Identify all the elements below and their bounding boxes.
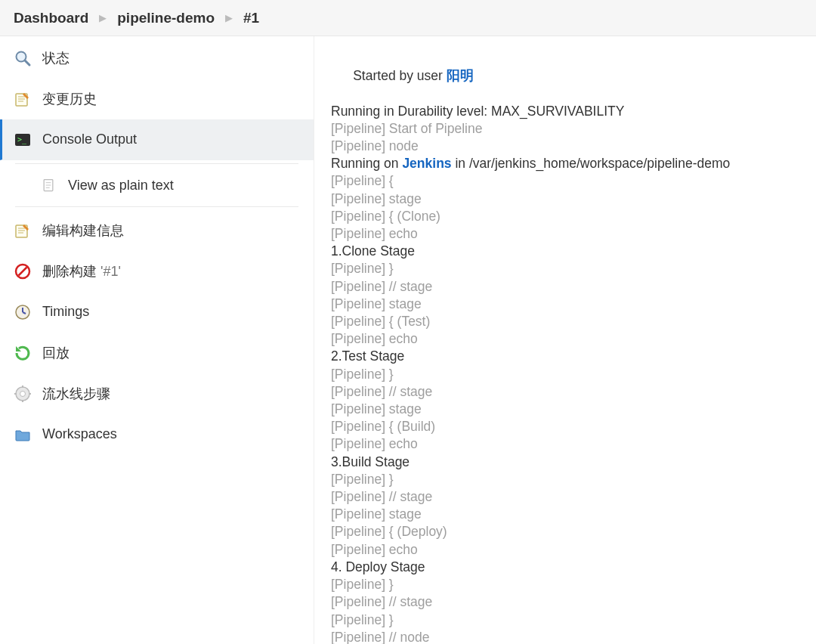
console-line: [Pipeline] { (Deploy): [331, 523, 799, 540]
console-line: [Pipeline] // stage: [331, 278, 799, 296]
sidebar-item-label: 流水线步骤: [42, 385, 110, 403]
console-line: [Pipeline] stage: [331, 506, 799, 523]
console-line: [Pipeline] }: [331, 471, 799, 488]
console-output: Started by user 阳明 Running in Durability…: [314, 36, 816, 644]
folder-icon: [14, 426, 32, 444]
svg-line-1: [25, 60, 29, 65]
chevron-right-icon: ▶: [99, 12, 107, 23]
console-line: [Pipeline] }: [331, 611, 799, 629]
sidebar-item-delete-build[interactable]: 删除构建 '#1': [0, 251, 314, 292]
breadcrumb-item-dashboard[interactable]: Dashboard: [14, 10, 88, 26]
console-line: 2.Test Stage: [331, 348, 799, 365]
sidebar-item-workspaces[interactable]: Workspaces: [0, 414, 314, 455]
document-icon: [39, 176, 57, 194]
console-line: [Pipeline] stage: [331, 296, 799, 313]
svg-point-22: [20, 391, 26, 396]
console-line: [Pipeline] echo: [331, 541, 799, 559]
console-line: [Pipeline] stage: [331, 401, 799, 418]
breadcrumb: Dashboard ▶ pipeline-demo ▶ #1: [0, 0, 816, 36]
console-line: [Pipeline] echo: [331, 435, 799, 453]
sidebar-item-edit-build[interactable]: 编辑构建信息: [0, 210, 314, 251]
console-line: [Pipeline] echo: [331, 225, 799, 243]
console-line: Running on Jenkins in /var/jenkins_home/…: [331, 155, 799, 172]
console-line-durability: Running in Durability level: MAX_SURVIVA…: [331, 103, 799, 120]
svg-text:>_: >_: [17, 135, 27, 144]
breadcrumb-item-job[interactable]: pipeline-demo: [117, 10, 215, 26]
console-line: [Pipeline] node: [331, 138, 799, 155]
gear-icon: [14, 385, 32, 403]
console-line: [Pipeline] // stage: [331, 593, 799, 611]
console-line: [Pipeline] }: [331, 260, 799, 277]
console-line: [Pipeline] { (Clone): [331, 208, 799, 225]
console-line-startedby: Started by user 阳明: [331, 50, 799, 103]
node-link[interactable]: Jenkins: [402, 156, 451, 171]
sidebar-item-label: 状态: [42, 49, 70, 67]
delete-icon: [14, 262, 32, 280]
breadcrumb-item-build[interactable]: #1: [243, 10, 259, 26]
console-line: [Pipeline] stage: [331, 190, 799, 208]
user-link[interactable]: 阳明: [447, 68, 474, 83]
console-line: [Pipeline] { (Build): [331, 418, 799, 435]
sidebar-item-label: 回放: [42, 344, 70, 362]
sidebar-item-timings[interactable]: Timings: [0, 292, 314, 333]
console-line: [Pipeline] }: [331, 366, 799, 383]
replay-icon: [14, 344, 32, 362]
console-line: [Pipeline] {: [331, 172, 799, 190]
console-line: [Pipeline] Start of Pipeline: [331, 120, 799, 138]
console-line: [Pipeline] { (Test): [331, 313, 799, 330]
clock-icon: [14, 303, 32, 321]
console-line: [Pipeline] }: [331, 576, 799, 593]
console-line: 1.Clone Stage: [331, 243, 799, 260]
sidebar-item-label: View as plain text: [68, 178, 174, 194]
console-line: [Pipeline] // stage: [331, 383, 799, 401]
notepad-edit-icon: [14, 90, 32, 108]
chevron-right-icon: ▶: [225, 12, 233, 23]
divider: [15, 163, 298, 164]
sidebar-item-label: Timings: [42, 304, 89, 320]
sidebar-item-replay[interactable]: 回放: [0, 333, 314, 373]
sidebar-item-status[interactable]: 状态: [0, 38, 314, 79]
sidebar-item-label: 删除构建 '#1': [42, 262, 121, 280]
sidebar-item-changes[interactable]: 变更历史: [0, 79, 314, 119]
sidebar-subitem-plaintext[interactable]: View as plain text: [0, 167, 314, 203]
notepad-edit-icon: [14, 221, 32, 240]
search-icon: [14, 49, 32, 67]
sidebar: 状态 变更历史 >_ Console Output View as plain …: [0, 36, 314, 644]
console-line: [Pipeline] // stage: [331, 488, 799, 506]
sidebar-item-label: 编辑构建信息: [42, 221, 124, 240]
sidebar-item-pipeline-steps[interactable]: 流水线步骤: [0, 373, 314, 414]
sidebar-item-label: Workspaces: [42, 426, 117, 442]
console-line: [Pipeline] echo: [331, 330, 799, 348]
sidebar-item-label: Console Output: [42, 132, 137, 147]
console-line: 4. Deploy Stage: [331, 559, 799, 576]
sidebar-item-console-output[interactable]: >_ Console Output: [0, 119, 314, 160]
console-line: [Pipeline] // node: [331, 629, 799, 644]
sidebar-item-label: 变更历史: [42, 90, 97, 108]
divider: [15, 206, 298, 207]
terminal-icon: >_: [14, 131, 32, 149]
console-line: 3.Build Stage: [331, 454, 799, 471]
